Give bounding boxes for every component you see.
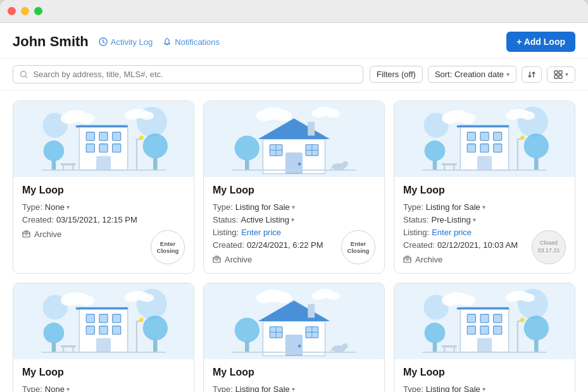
svg-rect-79 — [467, 144, 475, 152]
chevron-down-icon: ▾ — [506, 71, 510, 78]
status-label: Status: — [403, 215, 428, 224]
created-label: Created: — [22, 215, 54, 224]
notifications-link[interactable]: Notifications — [163, 37, 220, 47]
activity-log-label: Activity Log — [111, 37, 153, 47]
app-content: John Smith Activity Log — [0, 23, 588, 392]
svg-rect-124 — [153, 340, 158, 352]
svg-point-117 — [139, 318, 144, 322]
svg-point-135 — [327, 291, 341, 300]
svg-point-123 — [143, 315, 168, 340]
svg-point-10 — [78, 113, 94, 124]
search-icon — [20, 70, 28, 79]
card-body: My Loop Type: None ▾ Created: 03/15/2021… — [13, 177, 194, 248]
status-value[interactable]: Active Listing ▾ — [241, 215, 294, 224]
svg-point-177 — [520, 318, 525, 322]
svg-point-12 — [124, 111, 138, 119]
created-value: 02/12/2021, 10:03 AM — [437, 240, 518, 250]
sort-arrows-icon — [527, 70, 536, 79]
svg-point-148 — [235, 318, 260, 343]
card-1[interactable]: My Loop Type: None ▾ Created: 03/15/2021… — [13, 101, 194, 274]
archive-label: Archive — [225, 255, 252, 264]
svg-point-56 — [235, 136, 260, 161]
listing-label: Listing: — [403, 228, 429, 237]
toolbar: Filters (off) Sort: Creation date ▾ — [0, 59, 588, 90]
svg-rect-78 — [494, 132, 502, 140]
svg-point-43 — [327, 109, 341, 118]
svg-rect-92 — [534, 157, 539, 170]
svg-marker-75 — [457, 125, 509, 127]
type-value[interactable]: Listing for Sale ▾ — [426, 384, 485, 392]
svg-point-105 — [140, 293, 154, 302]
svg-rect-111 — [86, 326, 94, 334]
type-value[interactable]: Listing for Sale ▾ — [235, 202, 295, 212]
search-input[interactable] — [33, 70, 356, 79]
card-title: My Loop — [213, 185, 375, 196]
svg-rect-20 — [99, 144, 108, 152]
type-label: Type: — [22, 202, 42, 212]
header: John Smith Activity Log — [0, 23, 588, 59]
card-4[interactable]: My Loop Type: None ▾ Created: 03/15/2021… — [13, 283, 194, 392]
svg-point-121 — [44, 322, 65, 343]
enter-closing-badge[interactable]: Enter Closing — [341, 230, 375, 264]
type-value[interactable]: Listing for Sale ▾ — [235, 384, 295, 392]
svg-rect-2 — [554, 71, 558, 74]
type-value[interactable]: None ▾ — [45, 202, 70, 212]
card-status-field: Status: Active Listing ▾ — [213, 215, 375, 224]
close-button[interactable] — [8, 7, 16, 15]
svg-rect-110 — [113, 314, 121, 322]
cards-grid: My Loop Type: None ▾ Created: 03/15/2021… — [13, 101, 575, 392]
svg-rect-171 — [467, 326, 475, 334]
card-body: My Loop Type: Listing for Sale ▾ Status:… — [204, 359, 384, 392]
svg-point-39 — [256, 110, 274, 121]
svg-rect-32 — [153, 157, 158, 170]
card-6[interactable]: My Loop Type: Listing for Sale ▾ Status:… — [394, 283, 575, 392]
enter-closing-badge[interactable]: Enter Closing — [151, 230, 185, 264]
status-value[interactable]: Pre-Listing ▾ — [431, 215, 475, 224]
svg-rect-172 — [480, 326, 489, 334]
badge-line2: Closing — [347, 247, 370, 254]
listing-value[interactable]: Enter price — [432, 228, 472, 237]
created-value: 02/24/2021, 6:22 PM — [247, 240, 323, 250]
status-dropdown-icon: ▾ — [473, 216, 476, 223]
svg-rect-16 — [86, 132, 94, 140]
card-status-field: Status: Pre-Listing ▾ — [403, 215, 566, 224]
svg-rect-22 — [97, 156, 111, 170]
type-dropdown-icon: ▾ — [482, 386, 485, 392]
svg-rect-184 — [534, 340, 539, 352]
type-value[interactable]: None ▾ — [45, 384, 70, 392]
svg-rect-17 — [99, 132, 108, 140]
maximize-button[interactable] — [34, 7, 42, 15]
minimize-button[interactable] — [21, 7, 29, 15]
svg-point-70 — [459, 113, 475, 124]
card-title: My Loop — [22, 185, 185, 196]
badge-line2: 03.17.21 — [537, 247, 560, 255]
svg-point-40 — [274, 110, 292, 121]
svg-rect-26 — [61, 163, 76, 165]
badge-line1: Enter — [160, 240, 175, 247]
svg-point-29 — [44, 140, 65, 161]
svg-rect-80 — [480, 144, 489, 152]
type-value[interactable]: Listing for Sale ▾ — [426, 202, 485, 212]
card-body: My Loop Type: Listing for Sale ▾ Status:… — [394, 177, 575, 273]
card-3[interactable]: My Loop Type: Listing for Sale ▾ Status:… — [394, 101, 575, 274]
sort-direction-button[interactable] — [522, 66, 542, 83]
sort-button[interactable]: Sort: Creation date ▾ — [428, 66, 516, 83]
grid-icon — [554, 70, 563, 79]
svg-point-131 — [256, 292, 274, 303]
cards-area: My Loop Type: None ▾ Created: 03/15/2021… — [0, 90, 588, 392]
svg-rect-90 — [433, 160, 437, 170]
filter-button[interactable]: Filters (off) — [370, 66, 423, 83]
svg-rect-19 — [86, 144, 94, 152]
svg-point-59 — [342, 161, 348, 167]
search-box[interactable] — [13, 65, 363, 83]
card-5[interactable]: My Loop Type: Listing for Sale ▾ Status:… — [203, 283, 385, 392]
type-dropdown-icon: ▾ — [66, 204, 70, 211]
activity-log-link[interactable]: Activity Log — [99, 37, 153, 47]
view-toggle-button[interactable]: ▾ — [547, 66, 575, 83]
add-loop-button[interactable]: + Add Loop — [506, 32, 575, 52]
svg-point-183 — [524, 315, 549, 340]
svg-rect-57 — [245, 159, 249, 170]
card-2[interactable]: My Loop Type: Listing for Sale ▾ Status:… — [203, 101, 385, 274]
listing-value[interactable]: Enter price — [241, 228, 281, 237]
card-image — [204, 101, 384, 177]
